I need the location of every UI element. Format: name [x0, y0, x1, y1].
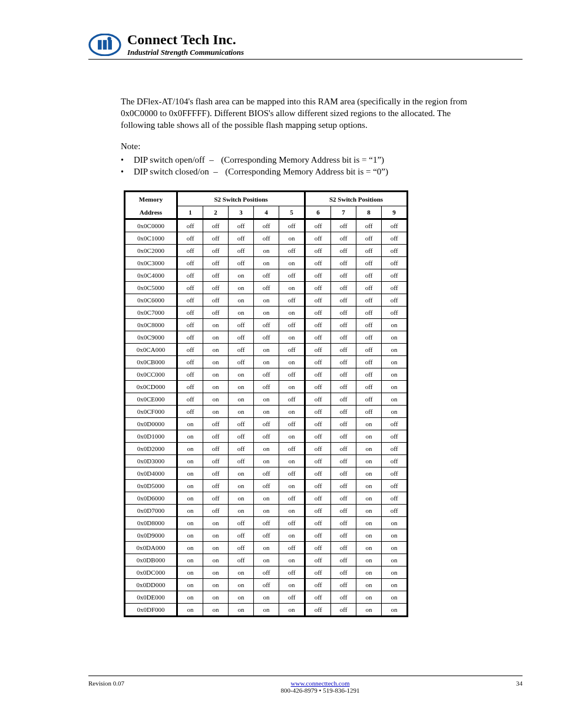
table-row: 0x0C0000offoffoffoffoffoffoffoffoff — [125, 219, 408, 232]
table-cell: on — [254, 406, 279, 418]
table-cell: off — [331, 406, 356, 418]
table-cell: off — [356, 257, 382, 269]
table-cell: off — [305, 604, 331, 617]
page-header: Connect Tech Inc. Industrial Strength Co… — [88, 32, 474, 57]
table-cell: off — [229, 542, 254, 554]
switch-table: MemoryS2 Switch PositionsS2 Switch Posit… — [124, 190, 523, 617]
table-cell: off — [305, 282, 331, 294]
table-cell: 0x0C0000 — [125, 219, 177, 232]
table-cell: off — [177, 368, 203, 381]
table-cell: 1 — [177, 206, 203, 219]
table-row: 0x0CB000offonoffononoffoffoffon — [125, 356, 408, 368]
table-row: 0x0D9000ononoffoffonoffoffonon — [125, 529, 408, 542]
table-cell: 0x0C7000 — [125, 307, 177, 319]
table-cell: off — [331, 604, 356, 617]
paragraph-line: 0x0C0000 to 0x0FFFFF). Different BIOS's … — [121, 107, 523, 119]
table-cell: off — [331, 554, 356, 566]
table-row: 0x0DA000ononoffonoffoffoffonon — [125, 542, 408, 554]
table-cell: off — [305, 344, 331, 356]
table-cell: 0x0DC000 — [125, 566, 177, 579]
table-cell: on — [254, 604, 279, 617]
table-cell: off — [305, 505, 331, 517]
note-text: (Corresponding Memory Address bit is = “… — [221, 155, 384, 164]
table-cell: on — [229, 505, 254, 517]
table-row: 0x0D8000ononoffoffoffoffoffonon — [125, 517, 408, 529]
table-cell: off — [331, 232, 356, 245]
table-row: 0x0C4000offoffonoffoffoffoffoffoff — [125, 269, 408, 282]
table-cell: 0x0CC000 — [125, 368, 177, 381]
table-cell: on — [382, 529, 408, 542]
table-row: 0x0DC000onononoffoffoffoffonon — [125, 566, 408, 579]
table-cell: off — [382, 505, 408, 517]
table-cell: off — [305, 294, 331, 307]
table-cell: off — [177, 294, 203, 307]
table-cell: 0x0DA000 — [125, 542, 177, 554]
table-cell: off — [305, 554, 331, 566]
table-cell: off — [382, 455, 408, 467]
table-cell: off — [305, 579, 331, 591]
table-cell: off — [305, 430, 331, 443]
table-cell: off — [331, 480, 356, 492]
table-cell: off — [305, 393, 331, 406]
table-cell: off — [382, 418, 408, 430]
table-cell: on — [382, 566, 408, 579]
table-row: 0x0D3000onoffoffononoffoffonoff — [125, 455, 408, 467]
table-row: 0x0C7000offoffonononoffoffoffoff — [125, 307, 408, 319]
table-cell: off — [279, 393, 305, 406]
footer-link[interactable]: www.connecttech.com — [291, 680, 350, 687]
table-cell: on — [279, 356, 305, 368]
table-cell: off — [331, 307, 356, 319]
table-cell: 0x0C5000 — [125, 282, 177, 294]
page-footer: Revision 0.07 www.connecttech.com 800-42… — [88, 676, 523, 694]
table-cell: off — [177, 257, 203, 269]
table-cell: Address — [125, 206, 177, 219]
table-row: 0x0C5000offoffonoffonoffoffoffoff — [125, 282, 408, 294]
table-cell: off — [254, 418, 279, 430]
bullet-icon: • — [121, 156, 134, 165]
table-cell: off — [279, 368, 305, 381]
table-cell: 0x0D5000 — [125, 480, 177, 492]
table-cell: off — [356, 319, 382, 331]
table-cell: off — [331, 591, 356, 604]
table-cell: on — [254, 505, 279, 517]
table-cell: 2 — [203, 206, 229, 219]
table-cell: on — [356, 492, 382, 505]
table-cell: on — [229, 566, 254, 579]
table-cell: off — [305, 406, 331, 418]
table-cell: off — [279, 492, 305, 505]
table-cell: off — [305, 467, 331, 480]
table-cell: off — [279, 319, 305, 331]
table-cell: off — [203, 492, 229, 505]
table-row: 0x0DD000onononoffonoffoffonon — [125, 579, 408, 591]
table-cell: off — [331, 430, 356, 443]
table-cell: 0x0C4000 — [125, 269, 177, 282]
table-cell: off — [331, 579, 356, 591]
table-cell: on — [382, 368, 408, 381]
note-block: Note: • DIP switch open/off – (Correspon… — [121, 141, 523, 177]
table-cell: off — [305, 232, 331, 245]
table-cell: on — [279, 381, 305, 393]
table-cell: off — [254, 331, 279, 344]
table-cell: 0x0D8000 — [125, 517, 177, 529]
table-cell: 0x0C8000 — [125, 319, 177, 331]
table-cell: off — [331, 418, 356, 430]
table-cell: on — [279, 282, 305, 294]
table-cell: off — [203, 257, 229, 269]
table-cell: on — [203, 554, 229, 566]
table-row: 0x0D6000onoffononoffoffoffonoff — [125, 492, 408, 505]
table-cell: off — [382, 282, 408, 294]
note-label: DIP switch open/off — [134, 155, 205, 164]
table-cell: off — [254, 368, 279, 381]
table-cell: off — [382, 307, 408, 319]
table-cell: off — [229, 517, 254, 529]
table-cell: on — [356, 455, 382, 467]
table-cell: 0x0D6000 — [125, 492, 177, 505]
table-cell: on — [382, 406, 408, 418]
table-cell: 0x0CA000 — [125, 344, 177, 356]
table-cell: off — [356, 245, 382, 257]
table-cell: off — [229, 418, 254, 430]
table-row: 0x0CD000offononoffonoffoffoffon — [125, 381, 408, 393]
table-cell: on — [229, 294, 254, 307]
table-row: 0x0C6000offoffononoffoffoffoffoff — [125, 294, 408, 307]
table-cell: on — [382, 542, 408, 554]
